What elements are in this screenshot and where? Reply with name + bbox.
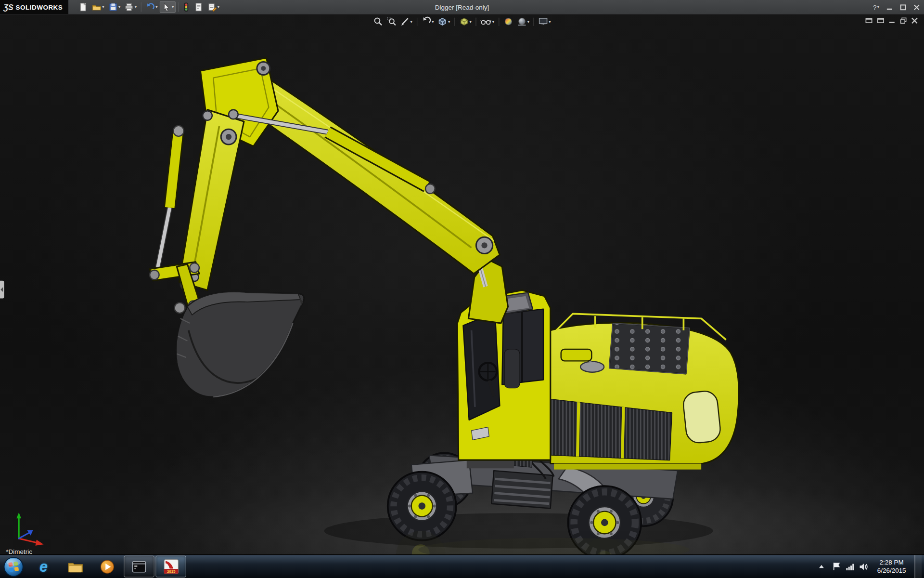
desktop: ƷS SOLIDWORKS ▾ ▾ ▾ ▾ [0,0,924,578]
solidworks-window: ƷS SOLIDWORKS ▾ ▾ ▾ ▾ [0,0,924,578]
dropdown-arrow-icon: ▾ [877,5,879,10]
previous-view-button[interactable]: ▾ [420,16,435,27]
section-view-icon [400,16,410,26]
appearance-sphere-icon [503,16,513,26]
solidworks-logo-text: SOLIDWORKS [16,3,63,11]
document-restore-button[interactable] [900,17,907,25]
print-button[interactable]: ▾ [123,1,138,13]
taskbar-item-explorer[interactable] [60,555,91,577]
front-left-wheel [388,472,456,540]
view-settings-button[interactable]: ▾ [537,16,552,27]
toolbar-separator [475,17,476,26]
save-button[interactable]: ▾ [107,1,122,13]
undo-arrow-icon [145,2,155,12]
restore-icon [900,17,907,25]
chevron-up-icon [819,565,824,568]
dropdown-arrow-icon: ▾ [102,5,104,10]
undo-button[interactable]: ▾ [144,1,159,13]
new-button[interactable] [77,1,90,13]
solidworks-logo: ƷS SOLIDWORKS [0,0,69,14]
dropdown-arrow-icon: ▾ [410,19,412,24]
file-properties-button[interactable] [192,1,205,13]
boom-arm[interactable] [150,58,500,310]
close-icon [911,17,918,25]
taskbar-clock[interactable]: 2:28 PM 6/26/2015 [873,558,910,575]
view-orientation-cube-icon [437,16,448,26]
rebuild-stoplight-icon [183,2,190,12]
hidden-icons-button[interactable] [816,555,827,577]
show-desktop-button[interactable] [914,555,922,578]
internet-explorer-icon: e [39,559,48,574]
seat [504,349,520,388]
graphics-viewport[interactable]: ▾ ▾ ▾ ▾ ▾ ▾ ▾ [0,14,924,555]
main-toolbar: ▾ ▾ ▾ ▾ ▾ [77,0,221,14]
windows-start-orb-icon [3,556,24,577]
window-icon [877,17,885,25]
windows-taskbar: e 2015 2:28 PM 6/26/2015 [0,554,924,578]
bucket[interactable] [174,292,304,397]
taskbar-item-media-player[interactable] [92,555,123,577]
minimize-button[interactable] [885,4,895,10]
maximize-button[interactable] [898,4,908,10]
taskbar-item-solidworks[interactable]: 2015 [155,555,186,577]
toolbar-separator [141,2,141,12]
dropdown-arrow-icon: ▾ [549,19,551,24]
dropdown-arrow-icon: ▾ [155,5,157,10]
dropdown-arrow-icon: ▾ [135,5,137,10]
apply-scene-button[interactable]: ▾ [515,16,530,27]
hide-show-items-button[interactable]: ▾ [479,16,496,27]
document-window-button[interactable] [865,17,873,25]
rear-window [682,390,722,444]
dropdown-arrow-icon: ▾ [448,19,450,24]
options-button[interactable]: ▾ [205,1,221,13]
document-window-controls [865,17,918,25]
select-button[interactable]: ▾ [160,1,175,13]
network-icon[interactable] [846,563,854,571]
edit-appearance-button[interactable] [502,16,514,27]
dropdown-arrow-icon: ▾ [218,5,219,10]
window-title: Digger [Read-only] [435,0,489,14]
display-style-cube-icon [459,16,469,26]
document-window-button[interactable] [877,17,885,25]
minimize-icon [886,4,893,10]
rebuild-button[interactable] [181,1,192,13]
section-view-button[interactable]: ▾ [399,16,413,27]
zoom-to-fit-button[interactable] [372,16,385,27]
open-button[interactable]: ▾ [90,1,106,13]
dropdown-arrow-icon: ▾ [172,5,174,10]
taskbar-item-internet-explorer[interactable]: e [28,555,59,577]
taskbar-item-command-prompt[interactable] [124,555,154,577]
excavator-model[interactable] [0,14,924,555]
help-button[interactable]: ?▾ [871,3,881,11]
heads-up-toolbar: ▾ ▾ ▾ ▾ ▾ ▾ ▾ [372,16,552,27]
close-button[interactable] [911,4,922,10]
solidworks-year-label: 2015 [167,569,175,574]
dropdown-arrow-icon: ▾ [492,19,494,24]
toolbar-separator [178,2,179,12]
start-button[interactable] [3,556,24,577]
maximize-icon [900,4,906,10]
zoom-to-area-icon [387,16,397,26]
scene-sphere-icon [517,16,527,26]
volume-icon[interactable] [859,563,869,571]
dipper-cylinder [157,126,184,273]
document-close-button[interactable] [911,17,918,25]
new-document-icon [78,2,88,12]
display-style-button[interactable]: ▾ [458,16,473,27]
zoom-to-area-button[interactable] [385,16,398,27]
feature-manager-collapse-tab[interactable] [0,281,4,299]
command-prompt-icon [132,560,146,573]
dropdown-arrow-icon: ▾ [470,19,472,24]
toolbar-separator [454,17,455,26]
file-properties-icon [194,2,204,12]
view-settings-icon [538,16,548,26]
clock-time: 2:28 PM [873,558,910,566]
reference-triad [10,510,47,547]
notification-flag-icon[interactable] [832,562,841,571]
document-minimize-button[interactable] [889,17,896,25]
save-floppy-icon [108,2,118,12]
solidworks-app-icon: 2015 [164,559,179,574]
glasses-icon [480,16,491,26]
view-orientation-button[interactable]: ▾ [436,16,451,27]
media-player-icon [100,559,114,573]
